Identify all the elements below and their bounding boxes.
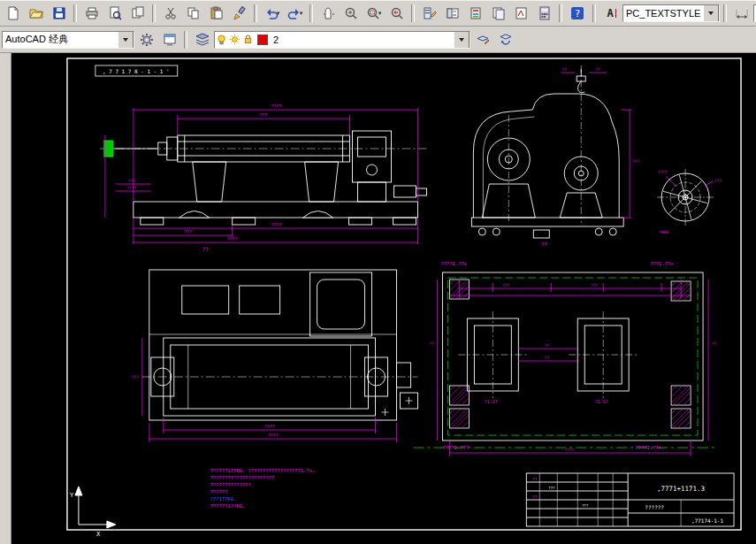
toolbar-separator xyxy=(723,4,727,22)
text-style-button[interactable]: A xyxy=(599,3,622,25)
plot-preview-button[interactable] xyxy=(103,3,126,25)
designcenter-palette-icon xyxy=(446,6,460,20)
properties-palette-icon xyxy=(423,6,437,20)
ucs-x-label: X xyxy=(96,531,101,538)
match-properties-button[interactable] xyxy=(228,3,250,25)
toolbar-separator xyxy=(184,31,187,49)
dim-label: ??? xyxy=(132,375,139,379)
layer-previous-button[interactable] xyxy=(494,28,516,50)
layers-toolbar: AutoCAD 经典 2 xyxy=(0,27,756,53)
workspace-window-icon xyxy=(163,33,177,47)
flyout-arrow-icon[interactable]: ▾ xyxy=(277,10,280,17)
pan-realtime-button[interactable] xyxy=(317,3,339,25)
zoom-realtime-button[interactable] xyxy=(340,3,362,25)
scissors-icon xyxy=(164,6,178,20)
save-button[interactable] xyxy=(48,3,70,25)
view-label: ?? xyxy=(541,241,547,247)
quickcalc-button[interactable] xyxy=(533,3,555,25)
autocad-window: ▾▾▾? A PC_TEXTSTYLE TH_GBDI AutoCAD 经典 xyxy=(0,0,756,544)
tool-palettes-button[interactable] xyxy=(464,3,486,25)
dim-label: ??? xyxy=(591,283,598,287)
drawing-canvas[interactable]: , 7 7 1 7 8 - 1 - 1 ' xyxy=(11,53,756,544)
dim-label: ?? xyxy=(430,341,435,346)
workspace-value: AutoCAD 经典 xyxy=(3,33,118,46)
workspace-settings-button[interactable] xyxy=(135,28,157,50)
dim-label: ?400 xyxy=(659,230,668,234)
dim-style-button[interactable] xyxy=(730,3,752,25)
dim-label: ???? xyxy=(658,170,668,174)
zoom-window-button[interactable]: ▾ xyxy=(363,3,385,25)
dim-label: ?? xyxy=(562,67,568,72)
layer-lock-icon[interactable] xyxy=(242,34,254,45)
anchor-pad xyxy=(671,386,691,405)
toolbar-separator xyxy=(73,4,77,22)
plan-view: ???? ???? ??? xyxy=(132,270,418,442)
designcenter-button[interactable] xyxy=(441,3,463,25)
toolbar-separator xyxy=(152,4,156,22)
dim-label: ?? xyxy=(545,343,550,348)
flyout-arrow-icon[interactable]: ▾ xyxy=(378,10,382,17)
open-button[interactable] xyxy=(25,3,47,25)
plot-button[interactable] xyxy=(80,3,103,25)
layer-freeze-sun-icon[interactable] xyxy=(229,34,241,45)
redo-button[interactable]: ▾ xyxy=(284,3,306,25)
title-block: ,7771+1171.3 ?????? ,77174-1-1 ?? ??? ??… xyxy=(526,473,734,526)
paste-button[interactable] xyxy=(205,3,227,25)
dim-label: ?? xyxy=(545,356,550,360)
title-cell: ??? xyxy=(548,486,555,490)
work-area: , 7 7 1 7 8 - 1 - 1 ' xyxy=(0,53,756,544)
open-folder-icon xyxy=(29,6,43,20)
dim-label: ??? xyxy=(184,229,192,234)
docked-toolbar-strip xyxy=(0,53,11,544)
dim-label: ?? xyxy=(712,341,717,346)
flyout-arrow-icon[interactable]: ▾ xyxy=(300,10,303,17)
layer-combo[interactable]: 2 xyxy=(214,31,470,49)
layers-icon xyxy=(195,33,210,47)
standard-toolbar-buttons: ▾▾▾? xyxy=(2,3,588,25)
dim-label: ??? xyxy=(632,159,639,164)
properties-button[interactable] xyxy=(418,3,440,25)
note-line: ?????? xyxy=(210,489,228,494)
toolbar-separator xyxy=(559,4,562,22)
zoom-previous-button[interactable] xyxy=(386,3,408,25)
view-label: ????1.??? xyxy=(442,445,469,450)
dim-label: ??? xyxy=(128,179,135,183)
end-view: ?? ?? ??? ?? xyxy=(471,65,639,247)
publish-button[interactable] xyxy=(126,3,149,25)
copy-button[interactable] xyxy=(182,3,204,25)
sheetset-icon xyxy=(492,6,506,20)
view-label: ???1.??+ xyxy=(650,261,674,266)
text-style-a-icon: A xyxy=(604,6,618,20)
workspace-combo[interactable]: AutoCAD 经典 xyxy=(2,31,134,49)
layer-on-bulb-icon[interactable] xyxy=(216,34,227,45)
sheetset-manager-button[interactable] xyxy=(487,3,509,25)
tool-palettes-icon xyxy=(469,6,483,20)
print-preview-icon xyxy=(108,6,122,20)
section-label: ?1-1? xyxy=(485,399,498,404)
chevron-down-icon[interactable] xyxy=(454,31,470,49)
make-object-layer-current-button[interactable] xyxy=(471,28,493,50)
layer-properties-button[interactable] xyxy=(191,28,213,50)
cut-button[interactable] xyxy=(159,3,181,25)
undo-button[interactable]: ▾ xyxy=(261,3,283,25)
text-style-combo[interactable]: PC_TEXTSTYLE xyxy=(622,4,720,22)
pan-hand-icon xyxy=(321,6,335,20)
dim-label: ???? xyxy=(271,222,282,227)
help-button[interactable]: ? xyxy=(566,3,588,25)
layer-previous-icon xyxy=(499,33,513,47)
chevron-down-icon[interactable] xyxy=(118,31,134,49)
title-cell: ??? xyxy=(582,503,589,508)
markup-set-manager-button[interactable] xyxy=(510,3,532,25)
foundation-dimensions xyxy=(437,280,708,456)
publish-sheets-icon xyxy=(131,6,145,20)
workspace-save-button[interactable] xyxy=(158,28,180,50)
layer-color-swatch[interactable] xyxy=(257,34,268,45)
side-view-dimensions xyxy=(105,108,418,244)
view-label: ????1.??+. xyxy=(635,445,664,450)
qnew-button[interactable] xyxy=(2,3,24,25)
note-line: ???177KG. xyxy=(210,496,237,502)
note-line: ?????????????? xyxy=(210,482,251,487)
toolbar-separator xyxy=(592,4,596,22)
copy-sheets-icon xyxy=(187,6,201,20)
chevron-down-icon[interactable] xyxy=(703,4,719,22)
